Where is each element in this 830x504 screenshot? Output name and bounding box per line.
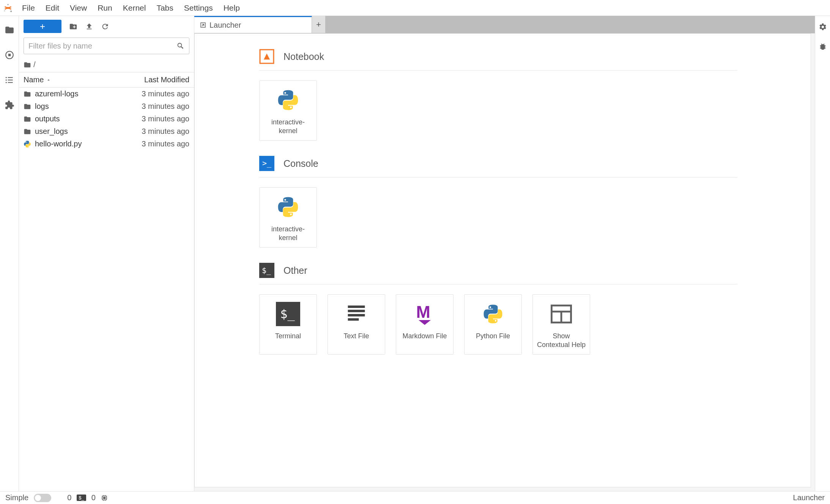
svg-rect-6 [8,77,13,78]
card-python-file[interactable]: Python File [464,294,522,355]
launcher-tab-icon [200,22,206,28]
svg-point-2 [4,10,5,11]
section-title: Notebook [283,51,324,62]
svg-rect-4 [8,54,11,57]
folder-icon [24,90,31,98]
terminal-icon: $_ [276,301,300,327]
card-text-file[interactable]: Text File [328,294,385,355]
section-title: Console [283,158,318,169]
filter-input[interactable] [24,42,189,50]
tab-launcher[interactable]: Launcher [194,16,312,33]
simple-mode-label: Simple [5,493,28,502]
svg-rect-22 [348,318,359,320]
breadcrumb-folder-icon [24,61,31,69]
console-badge-icon: >_ [259,156,274,171]
section-title: Other [283,265,307,276]
menu-edit[interactable]: Edit [40,3,65,13]
svg-rect-28 [104,497,106,499]
sort-asc-icon [46,77,51,83]
svg-point-9 [5,82,6,83]
menu-file[interactable]: File [17,3,40,13]
python-icon [481,301,505,327]
running-icon[interactable] [5,50,14,60]
toc-icon[interactable] [5,75,14,85]
file-row[interactable]: hello-world.py 3 minutes ago [19,138,194,150]
new-launcher-button[interactable]: + [24,20,61,33]
folder-icon [24,128,31,135]
menu-run[interactable]: Run [92,3,118,13]
debug-icon[interactable] [819,42,827,51]
svg-text:>_: >_ [262,159,272,168]
svg-rect-20 [348,310,365,312]
status-bar: Simple 0 $_ 0 Launcher [0,491,830,504]
right-sidebar [815,16,830,491]
kernel-status-icon[interactable] [101,495,108,501]
property-inspector-icon[interactable] [819,23,827,31]
terminals-count[interactable]: 0 [67,493,71,502]
breadcrumb-root: / [33,60,36,69]
file-row[interactable]: logs 3 minutes ago [19,100,194,113]
card-console-interactive-kernel[interactable]: interactive-kernel [259,187,317,248]
menu-kernel[interactable]: Kernel [118,3,151,13]
python-icon [274,195,302,220]
svg-text:$_: $_ [280,307,295,321]
launcher: Notebook interactive-kernel >_ [194,33,811,487]
card-contextual-help[interactable]: Show Contextual Help [532,294,590,355]
menu-settings[interactable]: Settings [179,3,218,13]
card-markdown-file[interactable]: M Markdown File [396,294,454,355]
folder-icon [24,115,31,123]
svg-point-7 [5,79,6,80]
menu-bar: File Edit View Run Kernel Tabs Settings … [0,0,830,16]
svg-point-0 [7,4,8,5]
tab-bar: Launcher + [194,16,815,33]
upload-icon[interactable] [85,22,93,31]
terminal-badge-icon[interactable]: $_ [77,495,86,501]
file-list: azureml-logs 3 minutes ago logs 3 minute… [19,88,194,491]
svg-text:M: M [416,302,430,321]
kernels-count[interactable]: 0 [91,493,96,502]
section-console: >_ Console interactive-kernel [259,156,811,248]
status-mode: Launcher [793,493,825,502]
file-row[interactable]: user_logs 3 minutes ago [19,125,194,138]
card-terminal[interactable]: $_ Terminal [259,294,317,355]
card-notebook-interactive-kernel[interactable]: interactive-kernel [259,80,317,141]
main-dock: Launcher + Notebook intera [194,16,815,491]
python-icon [274,88,302,113]
svg-rect-19 [348,306,365,308]
activity-bar [0,16,19,491]
svg-point-1 [10,10,12,12]
contextual-help-icon [549,301,573,327]
svg-text:$_: $_ [262,266,271,275]
menu-tabs[interactable]: Tabs [151,3,178,13]
header-name[interactable]: Name [24,75,117,84]
filter-input-wrap [24,38,189,54]
extension-icon[interactable] [5,100,14,110]
markdown-icon: M [413,301,437,327]
breadcrumb[interactable]: / [19,57,194,72]
file-toolbar: + [19,16,194,36]
notebook-badge-icon [259,49,274,64]
svg-rect-10 [8,82,13,83]
folder-icon[interactable] [5,25,14,35]
section-other: $_ Other $_ Terminal Te [259,263,811,355]
tab-title: Launcher [209,21,241,30]
menu-view[interactable]: View [65,3,92,13]
menu-help[interactable]: Help [218,3,245,13]
new-folder-icon[interactable] [69,22,77,31]
file-browser: + / Name Last Modified azureml-logs [19,16,194,491]
refresh-icon[interactable] [101,22,109,31]
new-tab-button[interactable]: + [312,16,326,33]
search-icon [177,42,184,50]
text-file-icon [344,301,369,327]
section-notebook: Notebook interactive-kernel [259,49,811,141]
folder-icon [24,103,31,110]
header-modified[interactable]: Last Modified [117,75,189,84]
file-row[interactable]: outputs 3 minutes ago [19,113,194,125]
svg-rect-21 [348,314,365,316]
file-row[interactable]: azureml-logs 3 minutes ago [19,88,194,100]
svg-point-5 [5,77,6,78]
other-badge-icon: $_ [259,263,274,278]
jupyter-logo-icon [3,3,13,13]
svg-rect-8 [8,80,13,80]
simple-mode-toggle[interactable] [34,494,51,502]
